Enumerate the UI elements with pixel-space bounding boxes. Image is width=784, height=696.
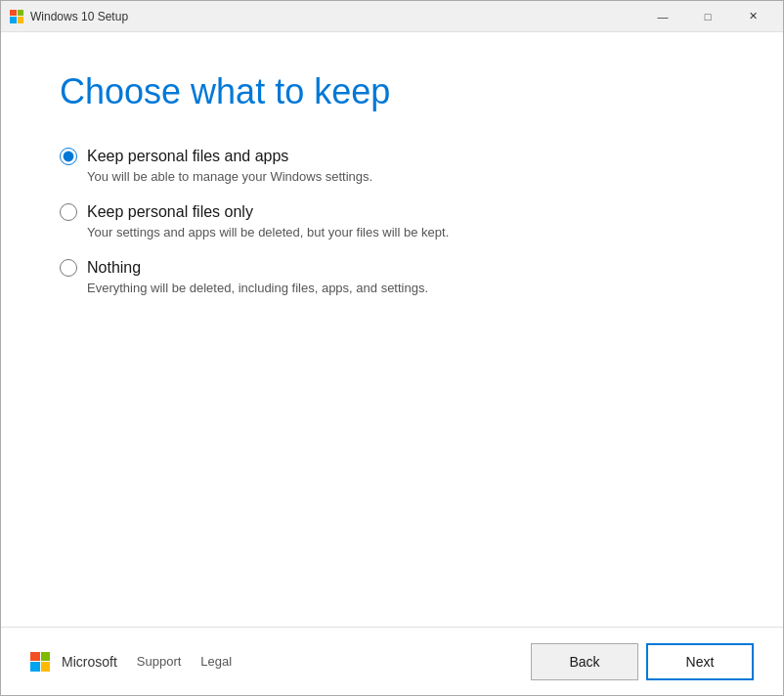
minimize-button[interactable]: — — [640, 1, 685, 32]
next-button[interactable]: Next — [646, 643, 754, 680]
window: Windows 10 Setup — □ ✕ Choose what to ke… — [0, 0, 784, 696]
footer-left: Microsoft Support Legal — [30, 652, 531, 672]
option-keep-files-apps-label: Keep personal files and apps — [87, 148, 288, 165]
option-nothing: Nothing Everything will be deleted, incl… — [60, 259, 724, 295]
brand-area: Microsoft — [30, 652, 117, 672]
option-keep-files-only-label: Keep personal files only — [87, 203, 253, 221]
radio-keep-files-only[interactable] — [60, 203, 77, 221]
option-keep-files-apps-desc: You will be able to manage your Windows … — [87, 169, 724, 184]
option-keep-files-apps: Keep personal files and apps You will be… — [60, 148, 724, 184]
window-icon — [9, 9, 24, 24]
title-bar: Windows 10 Setup — □ ✕ — [1, 1, 783, 32]
footer: Microsoft Support Legal Back Next — [1, 627, 783, 695]
window-title: Windows 10 Setup — [30, 10, 640, 23]
window-controls: — □ ✕ — [640, 1, 775, 32]
radio-nothing[interactable] — [60, 259, 77, 277]
page-title: Choose what to keep — [60, 71, 724, 112]
maximize-button[interactable]: □ — [685, 1, 730, 32]
close-button[interactable]: ✕ — [730, 1, 775, 32]
option-nothing-label: Nothing — [87, 259, 141, 277]
option-keep-files-only: Keep personal files only Your settings a… — [60, 203, 724, 239]
windows-logo-small — [10, 10, 23, 23]
options-list: Keep personal files and apps You will be… — [60, 148, 724, 295]
content-area: Choose what to keep Keep personal files … — [1, 32, 783, 627]
legal-link[interactable]: Legal — [200, 654, 232, 669]
microsoft-label: Microsoft — [62, 654, 117, 670]
support-link[interactable]: Support — [137, 654, 182, 669]
option-nothing-desc: Everything will be deleted, including fi… — [87, 281, 724, 295]
radio-keep-files-apps[interactable] — [60, 148, 77, 165]
option-keep-files-only-desc: Your settings and apps will be deleted, … — [87, 225, 724, 239]
back-button[interactable]: Back — [531, 643, 638, 680]
footer-buttons: Back Next — [531, 643, 754, 680]
microsoft-logo — [30, 652, 50, 672]
